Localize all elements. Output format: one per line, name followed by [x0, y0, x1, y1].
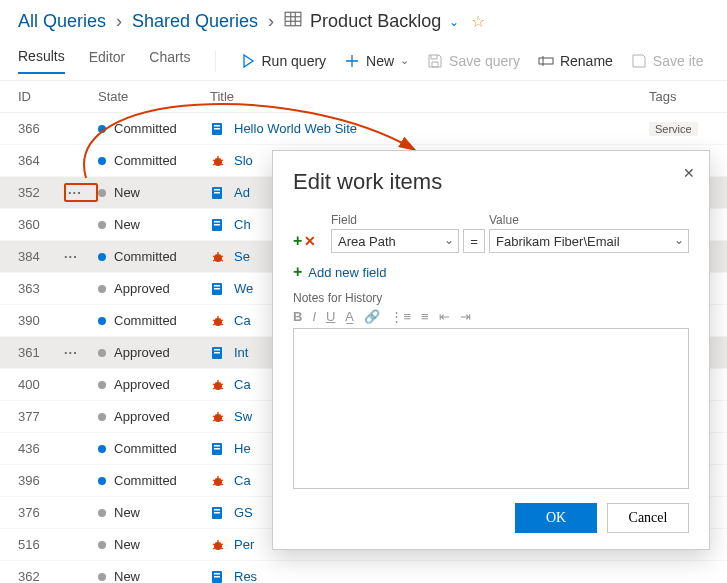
add-row-icon[interactable]: + — [293, 232, 302, 250]
tab-editor[interactable]: Editor — [89, 49, 126, 73]
remove-row-icon[interactable]: ✕ — [304, 233, 316, 249]
breadcrumb-root[interactable]: All Queries — [18, 11, 106, 32]
cell-id: 396 — [18, 473, 64, 488]
cell-id: 364 — [18, 153, 64, 168]
svg-rect-33 — [214, 512, 220, 514]
bug-icon — [210, 249, 226, 265]
outdent-icon[interactable]: ⇤ — [439, 309, 450, 324]
field-dropdown[interactable]: Area Path — [331, 229, 459, 253]
state-dot-icon — [98, 541, 106, 549]
cell-state: Committed — [98, 441, 210, 456]
bug-icon — [210, 473, 226, 489]
bug-icon — [210, 409, 226, 425]
svg-point-17 — [214, 254, 222, 262]
cell-state: Committed — [98, 473, 210, 488]
cell-id: 516 — [18, 537, 64, 552]
rename-button[interactable]: Rename — [538, 53, 613, 69]
cell-id: 384 — [18, 249, 64, 264]
new-button[interactable]: New ⌄ — [344, 53, 409, 69]
cell-id: 400 — [18, 377, 64, 392]
work-item-icon — [210, 185, 226, 201]
cell-state: Approved — [98, 345, 210, 360]
add-new-field-label: Add new field — [308, 265, 386, 280]
bold-icon[interactable]: B — [293, 309, 302, 324]
number-list-icon[interactable]: ≡ — [421, 309, 429, 324]
cell-title[interactable]: Hello World Web Site — [210, 121, 649, 137]
col-title[interactable]: Title — [210, 89, 649, 104]
rich-text-toolbar: B I U A̲ 🔗 ⋮≡ ≡ ⇤ ⇥ — [293, 305, 689, 328]
favorite-star-icon[interactable]: ☆ — [471, 12, 485, 31]
table-header: ID State Title Tags — [0, 81, 727, 113]
work-item-icon — [210, 505, 226, 521]
indent-icon[interactable]: ⇥ — [460, 309, 471, 324]
cell-state: New — [98, 537, 210, 552]
bug-icon — [210, 537, 226, 553]
state-dot-icon — [98, 509, 106, 517]
cell-state: New — [98, 185, 210, 200]
state-dot-icon — [98, 285, 106, 293]
bullet-list-icon[interactable]: ⋮≡ — [390, 309, 411, 324]
table-row[interactable]: 362NewRes — [0, 561, 727, 583]
row-actions-icon[interactable]: ··· — [64, 183, 98, 202]
underline-icon[interactable]: U — [326, 309, 335, 324]
tab-bar: Results Editor Charts Run query New ⌄ Sa… — [0, 41, 727, 81]
work-item-icon — [210, 217, 226, 233]
save-query-label: Save query — [449, 53, 520, 69]
rename-icon — [538, 53, 554, 69]
col-state[interactable]: State — [98, 89, 210, 104]
value-dropdown[interactable]: Fabrikam Fiber\Email — [489, 229, 689, 253]
chevron-right-icon: › — [116, 11, 122, 32]
chevron-right-icon: › — [268, 11, 274, 32]
state-dot-icon — [98, 125, 106, 133]
new-label: New — [366, 53, 394, 69]
svg-point-30 — [214, 478, 222, 486]
col-id[interactable]: ID — [18, 89, 64, 104]
svg-rect-19 — [214, 285, 220, 287]
breadcrumb: All Queries › Shared Queries › Product B… — [0, 0, 727, 41]
save-icon — [427, 53, 443, 69]
work-item-icon — [210, 345, 226, 361]
breadcrumb-current[interactable]: Product Backlog — [310, 11, 441, 32]
save-query-button: Save query — [427, 53, 520, 69]
svg-point-21 — [214, 318, 222, 326]
cell-title[interactable]: Res — [210, 569, 649, 584]
close-button[interactable]: ✕ — [683, 165, 695, 181]
cancel-button[interactable]: Cancel — [607, 503, 689, 533]
notes-textarea[interactable] — [293, 328, 689, 489]
svg-rect-8 — [214, 125, 220, 127]
cell-id: 377 — [18, 409, 64, 424]
row-actions-icon[interactable]: ··· — [64, 345, 98, 360]
tag-chip[interactable]: Service — [649, 122, 698, 136]
breadcrumb-shared[interactable]: Shared Queries — [132, 11, 258, 32]
value-header-label: Value — [489, 213, 689, 227]
cell-state: New — [98, 505, 210, 520]
state-dot-icon — [98, 477, 106, 485]
ok-button[interactable]: OK — [515, 503, 597, 533]
run-query-label: Run query — [262, 53, 327, 69]
tab-charts[interactable]: Charts — [149, 49, 190, 73]
table-row[interactable]: 366CommittedHello World Web SiteService — [0, 113, 727, 145]
chevron-down-icon[interactable]: ⌄ — [449, 15, 459, 29]
state-dot-icon — [98, 221, 106, 229]
cell-id: 363 — [18, 281, 64, 296]
state-dot-icon — [98, 413, 106, 421]
edit-work-items-dialog: ✕ Edit work items Field Value + ✕ Area P… — [272, 150, 710, 550]
rename-label: Rename — [560, 53, 613, 69]
tab-results[interactable]: Results — [18, 48, 65, 74]
cell-state: Committed — [98, 121, 210, 136]
link-icon[interactable]: 🔗 — [364, 309, 380, 324]
svg-point-10 — [214, 158, 222, 166]
font-size-icon[interactable]: A̲ — [345, 309, 354, 324]
cell-id: 362 — [18, 569, 64, 583]
italic-icon[interactable]: I — [312, 309, 316, 324]
col-tags[interactable]: Tags — [649, 89, 709, 104]
cell-id: 360 — [18, 217, 64, 232]
run-query-button[interactable]: Run query — [240, 53, 327, 69]
svg-rect-32 — [214, 509, 220, 511]
separator — [215, 50, 216, 72]
operator-box[interactable]: = — [463, 229, 485, 253]
row-actions-icon[interactable]: ··· — [64, 249, 98, 264]
work-item-icon — [210, 569, 226, 584]
add-new-field-link[interactable]: + Add new field — [293, 263, 689, 281]
state-dot-icon — [98, 381, 106, 389]
